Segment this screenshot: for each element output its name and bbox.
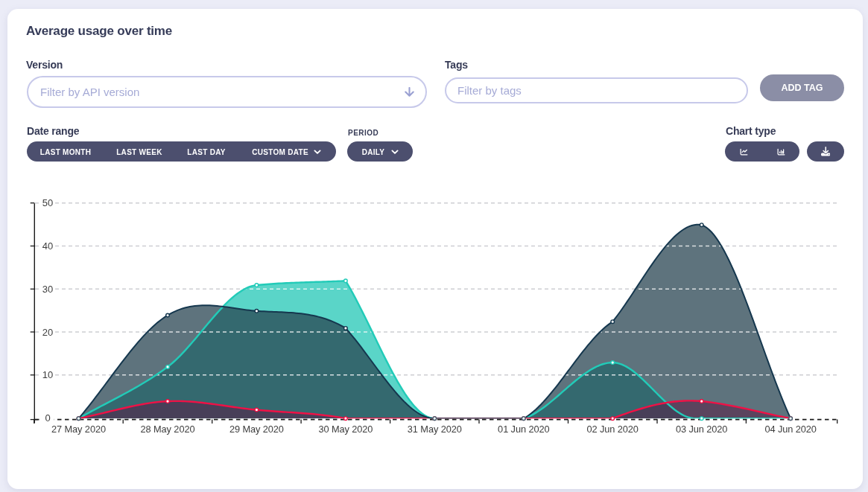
svg-text:30 May 2020: 30 May 2020 bbox=[318, 424, 373, 435]
svg-text:50: 50 bbox=[42, 197, 53, 208]
svg-text:03 Jun 2020: 03 Jun 2020 bbox=[676, 424, 727, 435]
svg-text:10: 10 bbox=[42, 369, 53, 380]
svg-text:28 May 2020: 28 May 2020 bbox=[141, 424, 195, 435]
svg-text:29 May 2020: 29 May 2020 bbox=[229, 424, 284, 435]
svg-text:30: 30 bbox=[42, 284, 53, 295]
svg-text:0: 0 bbox=[45, 412, 50, 424]
svg-text:20: 20 bbox=[42, 327, 53, 338]
svg-text:40: 40 bbox=[42, 240, 53, 252]
svg-text:31 May 2020: 31 May 2020 bbox=[408, 424, 462, 435]
svg-text:04 Jun 2020: 04 Jun 2020 bbox=[764, 424, 816, 435]
svg-text:01 Jun 2020: 01 Jun 2020 bbox=[498, 424, 549, 435]
svg-text:02 Jun 2020: 02 Jun 2020 bbox=[587, 424, 639, 435]
svg-text:27 May 2020: 27 May 2020 bbox=[51, 424, 106, 435]
